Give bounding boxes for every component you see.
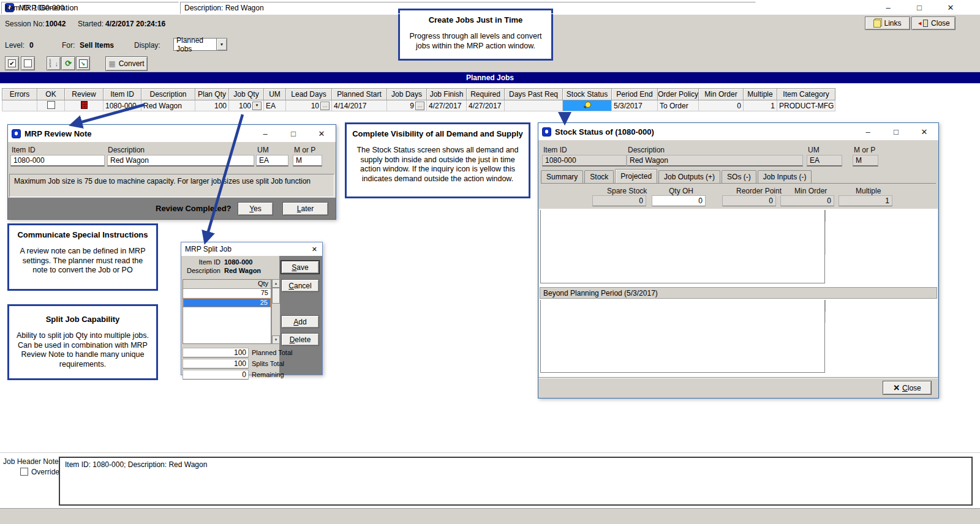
job-qty-cell[interactable]: 100▼	[229, 100, 264, 111]
ss-spare-stock-label: Spare Stock	[607, 187, 647, 195]
rn-later-button[interactable]: Later	[282, 202, 328, 215]
sort-button[interactable]: 123 ↓	[47, 56, 61, 70]
stock-status-dialog: Stock Status of (1080-000) – □ ✕ Item ID…	[538, 122, 939, 399]
col-header-errors: Errors	[2, 89, 37, 100]
display-dropdown[interactable]: Planned Jobs ▼	[173, 38, 227, 51]
planned-start-cell[interactable]: 4/14/2017	[332, 100, 387, 111]
review-note-maximize[interactable]: □	[279, 126, 307, 141]
callout-create-jobs: Create Jobs Just in Time Progress throug…	[398, 9, 553, 61]
stock-status-cell[interactable]	[563, 100, 612, 111]
ok-checkbox[interactable]	[47, 101, 55, 109]
ss-multiple-label: Multiple	[856, 187, 881, 195]
job-header-notes-textarea[interactable]: Item ID: 1080-000; Description: Red Wago…	[59, 457, 973, 506]
lead-days-cell[interactable]: 10…	[286, 100, 332, 111]
job-days-cell[interactable]: 9…	[387, 100, 427, 111]
rn-yes-button[interactable]: Yes	[238, 202, 273, 215]
sj-qty-row[interactable]: 75	[183, 289, 271, 298]
mrp-generation-window: MRP Generation – □ ✕ Session No: 10042 S…	[0, 0, 980, 524]
callout-communicate: Communicate Special Instructions A revie…	[7, 223, 158, 291]
sj-save-button[interactable]: Save	[281, 261, 319, 274]
ss-bcol-projected-qty: Projected Qty	[647, 301, 694, 312]
display-label: Display:	[134, 41, 160, 50]
ss-beyond-row[interactable]: 5/31/2017 -100 -100 Sales Order SO10408	[541, 312, 826, 323]
scroll-up-icon[interactable]: ▲	[272, 279, 280, 288]
ss-item-id-field: 1080-000	[542, 155, 627, 167]
tab-stock[interactable]: Stock	[584, 170, 614, 183]
ss-spare-stock-field: 0	[592, 195, 646, 206]
stock-status-app-icon	[542, 127, 551, 137]
ok-cell[interactable]	[37, 100, 65, 111]
ss-bcol-source: Source	[739, 301, 783, 312]
level-label: Level:	[5, 41, 24, 50]
col-header-job-finish: Job Finish	[427, 89, 467, 100]
stock-status-close-glyph[interactable]: ✕	[910, 124, 938, 139]
ss-qty-oh-field[interactable]: 0	[652, 195, 706, 206]
sj-delete-button[interactable]: Delete	[281, 333, 319, 346]
convert-button[interactable]: ▦ Convert	[105, 56, 148, 71]
rn-note-text: Maximum Job size is 75 due to machine ca…	[14, 177, 311, 185]
required-cell: 4/27/2017	[467, 100, 505, 111]
tab-sos[interactable]: SOs (-)	[722, 170, 756, 183]
sj-scroll-thumb[interactable]	[272, 288, 280, 304]
export-button[interactable]: ➘	[76, 56, 90, 70]
rn-morp-field[interactable]: M	[293, 155, 322, 167]
job-qty-dropdown-icon[interactable]: ▼	[252, 102, 262, 110]
review-note-close[interactable]: ✕	[307, 126, 336, 141]
review-note-icon[interactable]	[81, 101, 88, 109]
ss-projected-row[interactable]: 4/27/2017 100 100 Planned Job	[541, 222, 826, 233]
deselect-all-button[interactable]	[21, 56, 35, 70]
lead-days-ellipsis-button[interactable]: …	[320, 102, 330, 110]
chevron-down-icon[interactable]: ▼	[216, 39, 227, 50]
links-button[interactable]: Links	[865, 17, 910, 30]
minimize-button[interactable]: –	[874, 0, 902, 15]
sj-planned-total-label: Planned Total	[252, 349, 292, 356]
tab-summary[interactable]: Summary	[541, 170, 583, 183]
ss-item-id-label: Item ID	[543, 146, 567, 154]
col-header-days-past-req: Days Past Req	[505, 89, 563, 100]
review-note-minimize[interactable]: –	[251, 126, 279, 141]
ss-beyond-header-row: Trxn Date Trxn Qty Projected Qty Type So…	[541, 301, 826, 312]
split-job-dialog: MRP Split Job ✕ Save Cancel Add Delete I…	[181, 242, 323, 375]
ss-close-button[interactable]: ✕ Close	[883, 381, 932, 395]
ss-projected-row[interactable]: 4/28/2017 -75 0 Sales Order SO10398	[541, 244, 826, 255]
ss-bottom-bar: ✕ Close	[538, 378, 938, 398]
col-header-item-category: Item Category	[777, 89, 835, 100]
ss-col-source: Source	[739, 211, 783, 222]
callout-visibility-title: Complete Visibility of all Demand and Su…	[347, 129, 529, 138]
sj-qty-row-selected[interactable]: 25	[183, 298, 271, 307]
magnifier-icon[interactable]	[584, 102, 590, 108]
job-days-ellipsis-button[interactable]: …	[415, 102, 424, 110]
tab-projected[interactable]: Projected	[615, 169, 657, 183]
maximize-button[interactable]: □	[905, 0, 933, 15]
rn-description-field[interactable]: Red Wagon	[107, 155, 254, 167]
close-window-button[interactable]: ✕	[937, 0, 965, 15]
ss-bcol-type: Type	[694, 301, 739, 312]
select-all-button[interactable]: ✔	[5, 56, 19, 70]
scroll-down-icon[interactable]: ▼	[272, 335, 280, 344]
rn-um-field[interactable]: EA	[256, 155, 288, 167]
job-finish-cell: 4/27/2017	[427, 100, 467, 111]
sj-remaining-value: 0	[183, 370, 249, 380]
tab-job-inputs[interactable]: Job Inputs (-)	[758, 170, 812, 183]
sj-cancel-button[interactable]: Cancel	[281, 279, 319, 292]
tab-job-outputs[interactable]: Job Outputs (+)	[658, 170, 720, 183]
review-cell[interactable]	[65, 100, 104, 111]
rn-item-id-field[interactable]: 1080-000	[10, 155, 105, 167]
ss-beyond-label: Beyond Planning Period (5/3/2017)	[543, 289, 658, 298]
split-job-close[interactable]: ✕	[312, 245, 317, 253]
close-button[interactable]: ◄ Close	[911, 17, 956, 30]
started-label: Started:	[78, 20, 104, 28]
override-checkbox[interactable]	[20, 468, 28, 476]
ss-projected-row[interactable]: 4/27/2017 -25 75 Sales Order SO10407	[541, 233, 826, 244]
refresh-button[interactable]: ⟳	[61, 56, 75, 70]
sort-arrow-icon: ↓	[55, 60, 58, 67]
sj-scrollbar[interactable]: ▲ ▼	[271, 279, 280, 344]
stock-status-maximize[interactable]: □	[882, 124, 910, 139]
stock-status-minimize[interactable]: –	[854, 124, 882, 139]
grid-header-row: Errors OK Review Item ID Description Pla…	[2, 89, 835, 100]
sj-add-button[interactable]: Add	[281, 315, 319, 328]
review-note-dialog: MRP Review Note – □ ✕ Item ID Descriptio…	[7, 124, 336, 220]
ss-reorder-point-field: 0	[722, 195, 776, 206]
plan-qty-cell[interactable]: 100	[195, 100, 229, 111]
multiple-cell: 1	[744, 100, 777, 111]
